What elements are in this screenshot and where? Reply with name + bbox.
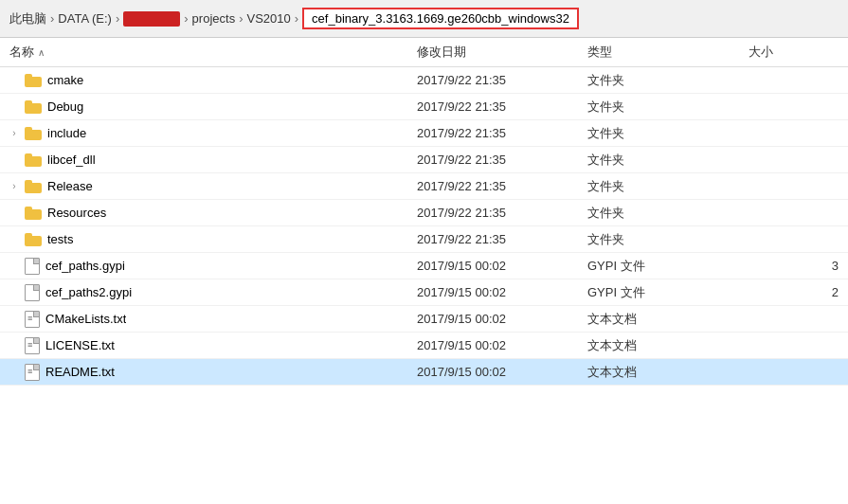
file-type-cell: 文本文档 [578, 337, 739, 354]
breadcrumb-projects[interactable]: projects [192, 11, 236, 26]
expand-area: › [9, 181, 19, 191]
file-name-cell: LICENSE.txt [0, 337, 407, 354]
type-header-label: 类型 [587, 45, 612, 59]
file-icon [25, 284, 40, 301]
file-date-cell: 2017/9/15 00:02 [407, 259, 578, 273]
filename-label: Resources [47, 206, 106, 220]
table-row[interactable]: ›include2017/9/22 21:35文件夹 [0, 120, 848, 147]
file-type-cell: 文件夹 [578, 178, 739, 195]
filename-label: CMakeLists.txt [45, 312, 126, 326]
file-type-cell: 文件夹 [578, 231, 739, 248]
filename-label: cef_paths.gypi [45, 259, 125, 273]
folder-icon [25, 233, 42, 246]
type-column-header[interactable]: 类型 [578, 42, 739, 63]
file-date-cell: 2017/9/22 21:35 [407, 73, 578, 87]
filename-label: tests [47, 232, 73, 246]
table-row[interactable]: cef_paths2.gypi2017/9/15 00:02GYPI 文件2 [0, 279, 848, 306]
file-date-cell: 2017/9/22 21:35 [407, 126, 578, 140]
file-size-cell: 3 [739, 259, 848, 273]
file-type-cell: 文件夹 [578, 205, 739, 222]
file-name-cell: CMakeLists.txt [0, 311, 407, 328]
file-type-cell: 文件夹 [578, 152, 739, 169]
name-column-header[interactable]: 名称 ∧ [0, 42, 407, 63]
size-column-header[interactable]: 大小 [739, 42, 848, 63]
filename-label: libcef_dll [47, 153, 96, 167]
vs2010-label: VS2010 [246, 11, 290, 26]
table-row[interactable]: LICENSE.txt2017/9/15 00:02文本文档 [0, 333, 848, 359]
sep2: › [116, 11, 119, 26]
sep1: › [50, 11, 54, 26]
file-date-cell: 2017/9/15 00:02 [407, 365, 578, 379]
file-date-cell: 2017/9/22 21:35 [407, 232, 578, 246]
this-pc-label: 此电脑 [9, 10, 46, 27]
filename-label: Release [47, 179, 93, 193]
file-icon [25, 258, 40, 275]
sep3: › [184, 11, 188, 26]
filename-label: README.txt [45, 365, 115, 379]
folder-icon [25, 180, 42, 193]
file-name-cell: libcef_dll [0, 153, 407, 167]
file-type-cell: 文本文档 [578, 364, 739, 381]
address-bar[interactable]: 此电脑 › DATA (E:) › › projects › VS2010 › … [0, 0, 848, 38]
file-type-cell: 文件夹 [578, 72, 739, 89]
textfile-icon [25, 311, 40, 328]
table-row[interactable]: cef_paths.gypi2017/9/15 00:02GYPI 文件3 [0, 253, 848, 279]
file-name-cell: Debug [0, 99, 407, 114]
file-name-cell: cef_paths2.gypi [0, 284, 407, 301]
folder-icon [25, 153, 42, 167]
file-type-cell: GYPI 文件 [578, 258, 739, 275]
folder-icon [25, 207, 42, 220]
file-list: cmake2017/9/22 21:35文件夹Debug2017/9/22 21… [0, 67, 848, 386]
filename-label: Debug [47, 99, 83, 114]
sep5: › [295, 11, 298, 26]
file-date-cell: 2017/9/22 21:35 [407, 153, 578, 167]
folder-icon [25, 74, 42, 87]
table-row[interactable]: README.txt2017/9/15 00:02文本文档 [0, 359, 848, 386]
table-row[interactable]: libcef_dll2017/9/22 21:35文件夹 [0, 147, 848, 173]
size-header-label: 大小 [749, 45, 773, 59]
table-row[interactable]: CMakeLists.txt2017/9/15 00:02文本文档 [0, 306, 848, 333]
folder-icon [25, 100, 42, 114]
current-folder-label: cef_binary_3.3163.1669.ge260cbb_windows3… [312, 11, 569, 26]
breadcrumb-current-folder[interactable]: cef_binary_3.3163.1669.ge260cbb_windows3… [302, 8, 579, 29]
projects-label: projects [192, 11, 236, 26]
file-type-cell: 文件夹 [578, 125, 739, 142]
file-date-cell: 2017/9/15 00:02 [407, 285, 578, 299]
file-date-cell: 2017/9/15 00:02 [407, 338, 578, 352]
expand-area: › [9, 128, 19, 138]
breadcrumb-this-pc[interactable]: 此电脑 [9, 10, 46, 27]
file-type-cell: 文件夹 [578, 99, 739, 116]
textfile-icon [25, 337, 40, 354]
file-name-cell: Resources [0, 206, 407, 220]
file-date-cell: 2017/9/22 21:35 [407, 206, 578, 220]
file-date-cell: 2017/9/22 21:35 [407, 99, 578, 114]
breadcrumb-redacted[interactable] [123, 11, 180, 27]
file-name-cell: cef_paths.gypi [0, 258, 407, 275]
textfile-icon [25, 364, 40, 381]
file-type-cell: GYPI 文件 [578, 284, 739, 301]
file-name-cell: ›include [0, 126, 407, 140]
filename-label: cmake [47, 73, 83, 87]
table-row[interactable]: cmake2017/9/22 21:35文件夹 [0, 67, 848, 94]
filename-label: LICENSE.txt [45, 338, 115, 352]
file-name-cell: cmake [0, 73, 407, 87]
file-type-cell: 文本文档 [578, 311, 739, 328]
breadcrumb-data-drive[interactable]: DATA (E:) [58, 11, 112, 26]
file-name-cell: ›Release [0, 179, 407, 193]
table-row[interactable]: Debug2017/9/22 21:35文件夹 [0, 94, 848, 120]
name-header-label: 名称 [9, 44, 34, 61]
column-headers: 名称 ∧ 修改日期 类型 大小 [0, 38, 848, 67]
expand-arrow-icon[interactable]: › [12, 128, 15, 138]
breadcrumb-vs2010[interactable]: VS2010 [246, 11, 290, 26]
redacted-label [123, 11, 180, 27]
sep4: › [239, 11, 243, 26]
table-row[interactable]: Resources2017/9/22 21:35文件夹 [0, 200, 848, 226]
filename-label: cef_paths2.gypi [45, 285, 132, 299]
date-column-header[interactable]: 修改日期 [407, 42, 578, 63]
table-row[interactable]: ›Release2017/9/22 21:35文件夹 [0, 173, 848, 200]
file-name-cell: tests [0, 232, 407, 246]
filename-label: include [47, 126, 86, 140]
file-size-cell: 2 [739, 285, 848, 299]
expand-arrow-icon[interactable]: › [12, 181, 15, 191]
table-row[interactable]: tests2017/9/22 21:35文件夹 [0, 226, 848, 253]
